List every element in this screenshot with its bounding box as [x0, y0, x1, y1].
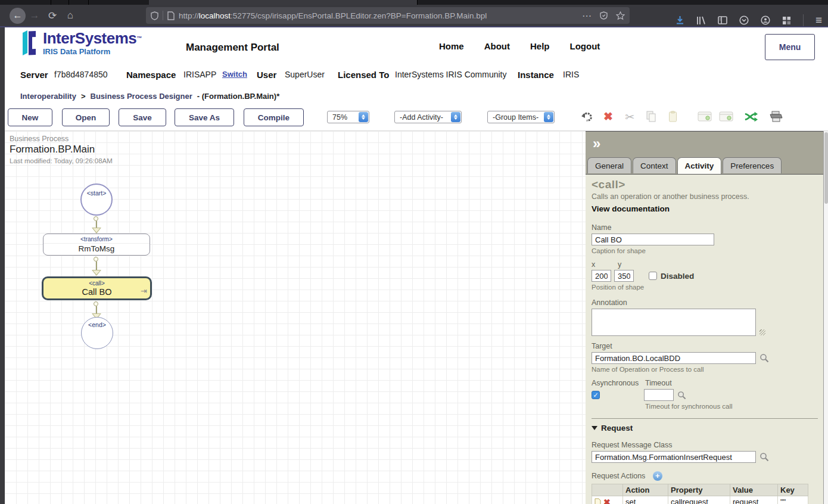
annotation-textarea[interactable] [592, 309, 756, 336]
breadcrumb-bp-designer[interactable]: Business Process Designer [91, 92, 192, 101]
add-action-icon[interactable]: + [653, 471, 662, 481]
zoom-select[interactable]: 75% [327, 111, 369, 123]
breadcrumb-interoperability[interactable]: Interoperability [20, 92, 76, 101]
end-shape[interactable]: <end> [81, 317, 113, 349]
breadcrumb-document: - (Formation.BP.Main)* [197, 92, 279, 101]
delete-icon[interactable]: ✖ [601, 109, 615, 125]
call-shape-selected[interactable]: <call> Call BO ⇥ [42, 276, 152, 300]
target-input[interactable] [592, 352, 756, 364]
request-actions-label: Request Actions [592, 472, 645, 480]
group-items-select[interactable]: -Group Items- [487, 111, 555, 123]
bookmark-star-icon[interactable] [616, 11, 625, 20]
licensed-value: InterSystems IRIS Community [395, 70, 507, 79]
account-icon[interactable] [761, 15, 770, 25]
activity-description: Calls an operation or another business p… [592, 192, 818, 201]
scrollbar-thumb[interactable] [824, 132, 828, 204]
delete-action-icon[interactable]: ✖ [603, 498, 611, 504]
panel-tabs: General Context Activity Preferences [587, 157, 783, 174]
zoom-select-value: 75% [332, 113, 347, 122]
table-row[interactable]: ✖ set callrequest request "" [592, 496, 808, 504]
position-hint: Position of shape [592, 284, 818, 291]
x-input[interactable] [592, 270, 611, 282]
copy-group-icon[interactable] [698, 109, 712, 125]
page-actions-icon[interactable]: ⋯ [582, 10, 592, 21]
pocket-icon[interactable] [739, 15, 749, 25]
resize-grip-icon[interactable] [759, 329, 765, 335]
print-icon[interactable] [769, 109, 783, 125]
asynchronous-checkbox[interactable]: ✓ [592, 391, 600, 399]
view-documentation-link[interactable]: View documentation [592, 204, 670, 213]
request-section-header[interactable]: Request [592, 424, 818, 433]
cut-icon[interactable]: ✂ [622, 109, 637, 125]
back-button[interactable]: ← [10, 8, 26, 24]
start-shape[interactable]: <start> [80, 183, 113, 216]
connector-dot[interactable] [94, 257, 98, 262]
switch-link[interactable]: Switch [222, 70, 247, 79]
tab-separator [69, 0, 69, 5]
browser-active-tab[interactable] [149, 0, 417, 5]
reload-button[interactable]: ⟳ [43, 10, 61, 22]
request-message-class-input[interactable] [592, 451, 756, 463]
stepper-icon[interactable] [359, 112, 368, 122]
request-class-search-icon[interactable] [759, 452, 769, 462]
nav-about[interactable]: About [484, 41, 510, 51]
transform-shape-name: RmToMsg [43, 244, 150, 254]
name-input[interactable] [592, 234, 714, 245]
edit-action-icon[interactable] [594, 498, 601, 504]
tab-activity[interactable]: Activity [677, 157, 722, 174]
forward-button[interactable]: → [26, 10, 43, 21]
undo-icon[interactable] [580, 109, 594, 125]
stepper-icon[interactable] [544, 112, 553, 122]
tab-preferences[interactable]: Preferences [723, 157, 782, 173]
add-activity-value: -Add Activity- [400, 113, 443, 122]
paste-group-icon[interactable] [719, 109, 733, 125]
timeout-label: Timeout [645, 379, 672, 387]
tab-context[interactable]: Context [633, 157, 676, 173]
cell-action: set [623, 496, 668, 504]
panel-scrollbar[interactable] [823, 131, 828, 504]
sidebar-icon[interactable] [718, 16, 727, 24]
col-icons [592, 484, 623, 496]
nav-logout[interactable]: Logout [570, 41, 600, 51]
reroute-icon[interactable] [744, 109, 758, 125]
call-shape-name: Call BO [43, 287, 150, 297]
save-button[interactable]: Save [119, 108, 166, 126]
paste-icon[interactable] [665, 109, 680, 125]
page-icon[interactable] [167, 11, 175, 20]
user-label: User [257, 70, 276, 80]
url-text[interactable]: http://localhost:52775/csp/irisapp/EnsPo… [179, 11, 577, 20]
target-search-icon[interactable] [759, 353, 769, 363]
timeout-input[interactable] [644, 389, 674, 401]
extensions-icon[interactable] [782, 16, 791, 25]
end-shape-label: <end> [88, 321, 106, 328]
logo-subtitle: IRIS Data Platform [43, 47, 142, 56]
timeout-search-icon[interactable] [677, 391, 686, 400]
home-button[interactable]: ⌂ [61, 10, 79, 21]
new-button[interactable]: New [8, 108, 52, 126]
add-activity-select[interactable]: -Add Activity- [394, 111, 462, 123]
logo-trademark: ™ [136, 35, 142, 41]
collapse-panel-icon[interactable]: » [593, 135, 600, 152]
bpl-canvas[interactable]: Business Process Formation.BP.Main Last … [5, 131, 586, 504]
y-input[interactable] [614, 270, 634, 282]
hamburger-menu-icon[interactable]: ≡ [815, 14, 822, 27]
open-button[interactable]: Open [62, 108, 110, 126]
tracking-shield-icon[interactable] [600, 11, 608, 20]
transform-shape[interactable]: <transform> RmToMsg [43, 234, 150, 256]
url-bar[interactable]: http://localhost:52775/csp/irisapp/EnsPo… [146, 7, 630, 24]
disabled-checkbox[interactable] [649, 272, 657, 280]
stepper-icon[interactable] [451, 112, 460, 122]
shield-icon[interactable] [151, 11, 158, 20]
download-icon[interactable] [676, 15, 684, 25]
menu-button[interactable]: Menu [765, 34, 815, 60]
nav-home[interactable]: Home [439, 41, 464, 51]
library-icon[interactable] [696, 16, 706, 25]
copy-icon[interactable] [644, 109, 658, 125]
connector-dot[interactable] [94, 301, 98, 306]
compile-button[interactable]: Compile [244, 108, 304, 126]
nav-help[interactable]: Help [530, 41, 550, 51]
save-as-button[interactable]: Save As [175, 108, 234, 126]
col-key: Key [778, 484, 808, 496]
tab-general[interactable]: General [587, 157, 631, 173]
connector-dot[interactable] [94, 216, 98, 221]
